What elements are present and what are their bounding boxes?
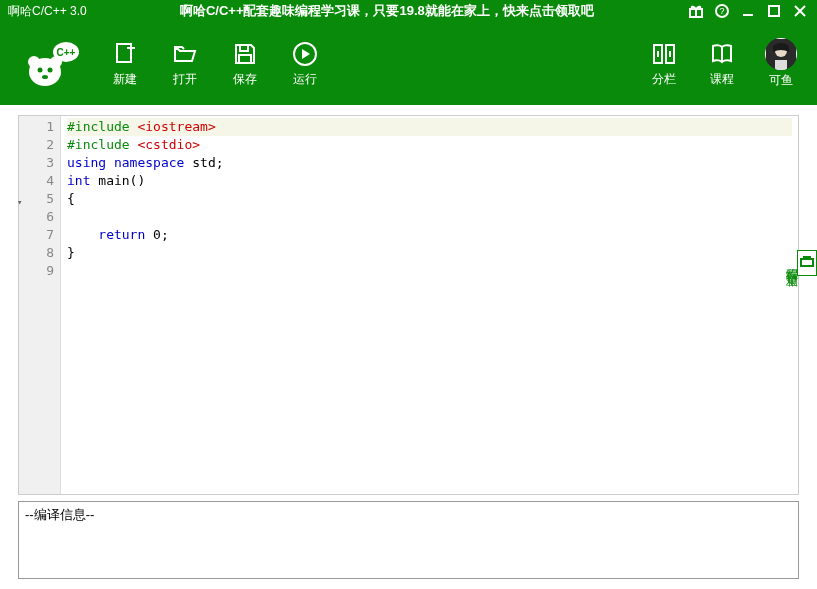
line-number: 1 [19,118,54,136]
sidebar-tab[interactable]: 编程百宝箱 [797,250,817,276]
course-button[interactable]: 课程 [707,39,737,88]
line-number: 8 [19,244,54,262]
line-number: 2 [19,136,54,154]
toolbar-left: 新建 打开 保存 运行 [110,39,320,88]
app-title: 啊哈C/C++ 3.0 [8,3,87,20]
editor: 12345▾6789 #include <iostream>#include <… [18,115,799,495]
user-label: 可鱼 [769,72,793,89]
course-icon [707,39,737,69]
line-number: 4 [19,172,54,190]
run-label: 运行 [293,71,317,88]
header: 啊哈C/C++ 3.0 啊哈C/C++配套趣味编程学习课，只要19.8就能在家上… [0,0,817,105]
split-button[interactable]: 分栏 [649,39,679,88]
save-icon [230,39,260,69]
svg-point-9 [28,56,40,68]
line-number: 6 [19,208,54,226]
new-label: 新建 [113,71,137,88]
toolbox-icon [800,255,814,267]
line-number: 7 [19,226,54,244]
svg-point-13 [42,75,48,79]
course-label: 课程 [710,71,734,88]
code-line[interactable]: #include <cstdio> [67,136,792,154]
svg-rect-20 [240,45,248,51]
svg-text:C++: C++ [57,47,76,58]
new-icon [110,39,140,69]
output-title: --编译信息-- [25,506,792,524]
code-area[interactable]: #include <iostream>#include <cstdio>usin… [61,116,798,494]
user-button[interactable]: 可鱼 [765,38,797,89]
output-panel: --编译信息-- [18,501,799,579]
toolbar: C++ 新建 打开 保存 运行 分栏 [0,22,817,105]
line-number: 3 [19,154,54,172]
open-button[interactable]: 打开 [170,39,200,88]
minimize-icon[interactable] [739,2,757,20]
svg-text:?: ? [719,6,724,16]
save-label: 保存 [233,71,257,88]
code-line[interactable]: int main() [67,172,792,190]
new-button[interactable]: 新建 [110,39,140,88]
run-icon [290,39,320,69]
sidebar-label: 编程百宝箱 [785,258,799,268]
line-number: 5▾ [19,190,54,208]
maximize-icon[interactable] [765,2,783,20]
svg-rect-31 [775,60,787,70]
line-number: 9 [19,262,54,280]
gift-icon[interactable] [687,2,705,20]
promo-banner[interactable]: 啊哈C/C++配套趣味编程学习课，只要19.8就能在家上，快来点击领取吧 [87,2,687,20]
help-icon[interactable]: ? [713,2,731,20]
toolbar-right: 分栏 课程 可鱼 [649,38,797,89]
open-icon [170,39,200,69]
code-line[interactable]: return 0; [67,226,792,244]
open-label: 打开 [173,71,197,88]
split-icon [649,39,679,69]
code-line[interactable]: using namespace std; [67,154,792,172]
split-label: 分栏 [652,71,676,88]
code-line[interactable]: { [67,190,792,208]
run-button[interactable]: 运行 [290,39,320,88]
svg-point-11 [38,67,43,72]
titlebar: 啊哈C/C++ 3.0 啊哈C/C++配套趣味编程学习课，只要19.8就能在家上… [0,0,817,22]
save-button[interactable]: 保存 [230,39,260,88]
line-gutter: 12345▾6789 [19,116,61,494]
svg-point-12 [48,67,53,72]
avatar [765,38,797,70]
close-icon[interactable] [791,2,809,20]
app-logo: C++ [20,34,80,94]
svg-rect-21 [239,55,251,63]
code-line[interactable]: } [67,244,792,262]
window-controls: ? [687,2,809,20]
svg-marker-23 [302,49,310,59]
svg-rect-5 [769,6,779,16]
svg-rect-32 [801,259,813,266]
svg-point-15 [53,62,57,66]
code-line[interactable] [67,208,792,226]
code-line[interactable] [67,262,792,280]
svg-rect-17 [117,44,131,62]
code-line[interactable]: #include <iostream> [67,118,792,136]
